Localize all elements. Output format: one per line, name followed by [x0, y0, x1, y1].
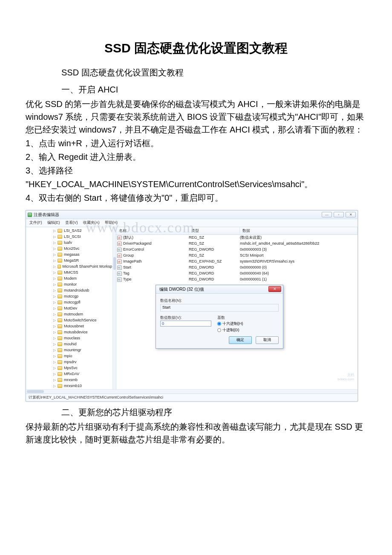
expand-icon[interactable]: ▷: [53, 378, 56, 383]
regedit-window: www.bdocx.com 注册表编辑器 — ▫ ✕ 文件(F) 编辑(E) 查…: [26, 210, 358, 402]
tree-item[interactable]: ▷motusbdevice: [26, 330, 116, 335]
tree-item[interactable]: ▷MegaSR: [26, 258, 116, 264]
value-name-cell: Start: [122, 265, 189, 271]
expand-icon[interactable]: ▷: [53, 264, 56, 269]
tree-scrollbar[interactable]: [112, 227, 116, 389]
close-button[interactable]: ✕: [346, 212, 356, 217]
expand-icon[interactable]: ▷: [53, 240, 56, 246]
menu-file[interactable]: 文件(F): [29, 220, 42, 226]
value-data-cell: 0x00000003 (3): [240, 247, 357, 253]
tree-item[interactable]: ▷Mcx2Svc: [26, 246, 116, 252]
registry-value-row[interactable]: 01TagREG_DWORD0x00000040 (64): [116, 271, 357, 277]
tree-item[interactable]: ▷mrxsmb: [26, 377, 116, 383]
tree-pane[interactable]: ▷LSI_SAS2▷LSI_SCSI▷luafv▷Mcx2Svc▷megasas…: [26, 227, 116, 389]
radio-dec[interactable]: 十进制(D): [217, 327, 243, 333]
expand-icon[interactable]: ▷: [53, 348, 56, 353]
tree-item[interactable]: ▷motandroidusb: [26, 288, 116, 294]
tree-item-label: Motousbnet: [64, 324, 84, 330]
tree-item[interactable]: ▷MpsSvc: [26, 365, 116, 371]
tree-item[interactable]: ▷motccgp: [26, 294, 116, 300]
dialog-close-button[interactable]: ✕: [268, 286, 281, 292]
menu-edit[interactable]: 编辑(E): [47, 220, 60, 226]
radio-hex[interactable]: 十六进制(H): [217, 321, 243, 327]
folder-icon: [58, 301, 62, 304]
tree-item[interactable]: ▷MRxDAV: [26, 371, 116, 377]
col-data[interactable]: 数据: [240, 227, 357, 235]
expand-icon[interactable]: ▷: [53, 312, 56, 317]
folder-icon: [58, 235, 62, 239]
expand-icon[interactable]: ▷: [53, 330, 56, 335]
folder-icon: [58, 360, 62, 364]
tree-item[interactable]: ▷mpio: [26, 353, 116, 359]
tree-item[interactable]: ▷mrxsmb10: [26, 383, 116, 389]
tree-item-label: Mcx2Svc: [64, 246, 80, 252]
menu-fav[interactable]: 收藏夹(A): [83, 220, 100, 226]
folder-icon: [58, 289, 62, 292]
tree-item[interactable]: ▷motccgpfl: [26, 300, 116, 306]
value-name-cell: Tag: [122, 271, 189, 277]
tree-item[interactable]: ▷MotoSwitchService: [26, 318, 116, 324]
expand-icon[interactable]: ▷: [53, 270, 56, 275]
ok-button[interactable]: 确定: [229, 336, 252, 344]
tree-item[interactable]: ▷motmodem: [26, 312, 116, 318]
folder-icon: [58, 366, 62, 370]
expand-icon[interactable]: ▷: [53, 372, 56, 377]
expand-icon[interactable]: ▷: [53, 288, 56, 293]
expand-icon[interactable]: ▷: [53, 342, 56, 347]
tree-item[interactable]: ▷mouhid: [26, 341, 116, 347]
registry-value-row[interactable]: 01StartREG_DWORD0x00000000 (0): [116, 265, 357, 271]
expand-icon[interactable]: ▷: [53, 246, 56, 251]
tree-item[interactable]: ▷Motousbnet: [26, 324, 116, 330]
expand-icon[interactable]: ▷: [53, 276, 56, 281]
expand-icon[interactable]: ▷: [53, 252, 56, 257]
tree-item[interactable]: ▷MotDev: [26, 306, 116, 312]
radio-hex-input[interactable]: [217, 322, 221, 326]
registry-value-row[interactable]: abGroupREG_SZSCSI Miniport: [116, 253, 357, 259]
registry-value-row[interactable]: ab(默认)REG_SZ(数值未设置): [116, 235, 357, 241]
tree-item[interactable]: ▷LSI_SCSI: [26, 234, 116, 240]
tree-item-label: motusbdevice: [64, 330, 88, 335]
tree-item[interactable]: ▷mountmgr: [26, 347, 116, 353]
horizontal-scrollbar[interactable]: [26, 389, 357, 393]
expand-icon[interactable]: ▷: [53, 228, 56, 234]
tree-item[interactable]: ▷MMCSS: [26, 270, 116, 276]
registry-value-row[interactable]: abDriverPackageIdREG_SZmshdc.inf_amd64_n…: [116, 241, 357, 247]
expand-icon[interactable]: ▷: [53, 324, 56, 329]
tree-item[interactable]: ▷mouclass: [26, 335, 116, 341]
tree-item[interactable]: ▷megasas: [26, 252, 116, 258]
expand-icon[interactable]: ▷: [53, 300, 56, 305]
tree-item[interactable]: ▷mpsdrv: [26, 359, 116, 365]
expand-icon[interactable]: ▷: [53, 306, 56, 311]
minimize-button[interactable]: —: [322, 212, 332, 217]
expand-icon[interactable]: ▷: [53, 336, 56, 341]
menu-view[interactable]: 查看(V): [65, 220, 78, 226]
tree-item-label: mouhid: [64, 341, 77, 347]
cancel-button[interactable]: 取消: [256, 336, 279, 344]
expand-icon[interactable]: ▷: [53, 294, 56, 299]
expand-icon[interactable]: ▷: [53, 354, 56, 359]
radio-dec-input[interactable]: [217, 328, 221, 332]
value-data-cell: system32\DRIVERS\msahci.sys: [240, 259, 357, 265]
value-data-input[interactable]: [160, 321, 211, 327]
registry-value-row[interactable]: 01TypeREG_DWORD0x00000001 (1): [116, 277, 357, 283]
expand-icon[interactable]: ▷: [53, 360, 56, 365]
tree-item[interactable]: ▷Microsoft SharePoint Worksp…: [26, 264, 116, 270]
tree-item[interactable]: ▷luafv: [26, 240, 116, 246]
expand-icon[interactable]: ▷: [53, 258, 56, 263]
tree-item[interactable]: ▷LSI_SAS2: [26, 228, 116, 234]
expand-icon[interactable]: ▷: [53, 318, 56, 323]
expand-icon[interactable]: ▷: [53, 384, 56, 389]
tree-item[interactable]: ▷Modem: [26, 276, 116, 282]
col-type[interactable]: 类型: [189, 227, 240, 235]
menu-help[interactable]: 帮助(H): [105, 220, 118, 226]
expand-icon[interactable]: ▷: [53, 366, 56, 371]
expand-icon[interactable]: ▷: [53, 234, 56, 240]
tree-item[interactable]: ▷monitor: [26, 282, 116, 288]
registry-value-row[interactable]: abImagePathREG_EXPAND_SZsystem32\DRIVERS…: [116, 259, 357, 265]
col-name[interactable]: 名称: [116, 227, 189, 235]
maximize-button[interactable]: ▫: [334, 212, 344, 217]
value-type-cell: REG_SZ: [189, 253, 240, 259]
registry-value-row[interactable]: 01ErrorControlREG_DWORD0x00000003 (3): [116, 247, 357, 253]
expand-icon[interactable]: ▷: [53, 282, 56, 287]
folder-icon: [58, 277, 62, 280]
